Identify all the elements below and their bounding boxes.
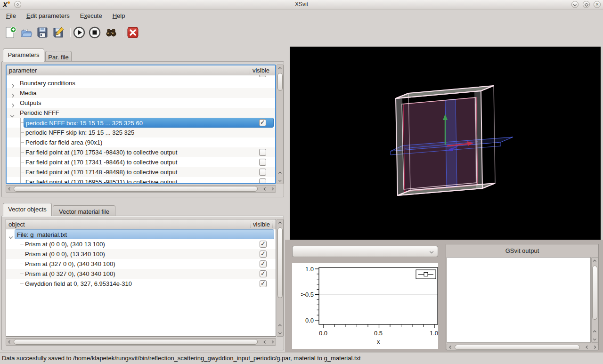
tree-row-far-field-point-2[interactable]: Far field point at (170 17341 -98464) to… — [7, 157, 275, 167]
visible-checkbox[interactable] — [259, 119, 266, 126]
tree-row-periodic-nfff-box[interactable]: periodic NFFF box: 15 15 15 ... 325 325 … — [7, 118, 275, 128]
visible-checkbox[interactable] — [260, 251, 267, 258]
tree-row-periodic-nfff-skip[interactable]: periodic NFFF skip kn: 15 15 ... 325 325 — [7, 128, 275, 138]
scroll-right-icon[interactable] — [591, 344, 597, 350]
minimize-button[interactable] — [571, 1, 579, 8]
tree-row-periodic-nfff[interactable]: Periodic NFFF — [7, 108, 275, 118]
output-selector-combobox[interactable] — [292, 246, 438, 257]
column-visible[interactable]: visible — [250, 221, 273, 228]
menu-help[interactable]: Help — [107, 10, 130, 21]
visible-checkbox[interactable] — [259, 169, 266, 176]
visible-checkbox[interactable] — [259, 178, 266, 183]
gsvit-vertical-scrollbar[interactable] — [591, 257, 598, 343]
quit-button[interactable] — [126, 26, 139, 39]
scroll-up-icon[interactable] — [277, 323, 283, 329]
window-title: XSvit — [0, 1, 603, 8]
visible-checkbox[interactable] — [259, 149, 266, 156]
scrollbar-thumb[interactable] — [455, 345, 580, 350]
scroll-up-icon[interactable] — [277, 66, 283, 72]
scroll-up-icon[interactable] — [277, 220, 283, 226]
find-button[interactable] — [105, 26, 117, 39]
menu-file[interactable]: File — [1, 10, 21, 21]
expander-icon[interactable] — [11, 101, 14, 108]
scroll-left-icon[interactable] — [262, 339, 268, 345]
parameters-vertical-scrollbar[interactable] — [277, 65, 284, 184]
column-visible[interactable]: visible — [250, 67, 272, 74]
visible-checkbox[interactable] — [260, 260, 267, 267]
scroll-left-icon[interactable] — [448, 344, 454, 350]
tree-branch — [20, 167, 25, 177]
combobox-value — [293, 246, 438, 248]
3d-scene — [290, 47, 601, 240]
close-button[interactable]: × — [594, 1, 601, 8]
expander-icon[interactable] — [11, 91, 14, 98]
menu-execute[interactable]: Execute — [75, 10, 107, 21]
tree-row-prism-3[interactable]: Prism at (327 0 0), (340 340 100) — [6, 259, 276, 269]
save-file-as-button[interactable] — [52, 26, 65, 39]
tree-row-media[interactable]: Media — [7, 88, 275, 98]
scroll-up-icon[interactable] — [277, 170, 283, 176]
save-file-button[interactable] — [36, 26, 49, 39]
run-button[interactable] — [73, 26, 85, 39]
column-object[interactable]: object — [8, 221, 25, 228]
tab-par-file[interactable]: Par. file — [45, 51, 72, 62]
tree-row-prism-4[interactable]: Prism at (0 327 0), (340 340 100) — [6, 269, 276, 279]
new-file-button[interactable] — [4, 26, 16, 39]
3d-viewport[interactable] — [290, 47, 601, 240]
plot-axes — [292, 263, 438, 349]
tree-row-outputs[interactable]: Outputs — [7, 98, 275, 108]
scroll-down-icon[interactable] — [277, 177, 283, 183]
scroll-up-icon[interactable] — [592, 329, 598, 335]
menu-edit-parameters[interactable]: Edit parameters — [21, 10, 75, 21]
tree-row-far-field-point-4[interactable]: Far field point at (170 16955 -98531) to… — [7, 177, 275, 183]
column-parameter[interactable]: parameter — [9, 67, 37, 74]
scroll-down-icon[interactable] — [277, 330, 283, 335]
parameters-horizontal-scrollbar[interactable] — [6, 185, 276, 193]
visible-checkbox[interactable] — [260, 270, 267, 277]
gsvit-horizontal-scrollbar[interactable] — [447, 344, 598, 351]
x-tick-0.5: 0.5 — [374, 330, 383, 337]
scroll-left-icon[interactable] — [7, 186, 13, 192]
parameters-tree-header[interactable]: parameter visible — [7, 65, 275, 75]
expander-icon[interactable] — [11, 81, 14, 89]
visible-checkbox[interactable] — [259, 75, 266, 77]
tree-row-file[interactable]: File: g_material.txt — [6, 229, 276, 239]
scroll-left-icon[interactable] — [585, 344, 590, 350]
scrollbar-thumb[interactable] — [14, 186, 258, 192]
scrollbar-thumb[interactable] — [277, 227, 283, 298]
vector-tree-header[interactable]: object visible — [6, 219, 276, 229]
visible-checkbox[interactable] — [260, 241, 267, 248]
scrollbar-thumb[interactable] — [14, 339, 258, 345]
far-field-plot[interactable]: 1.0 0.5 0.0 0.0 0.5 1.0 y x — [292, 263, 438, 349]
tree-row-periodic-far-field-area[interactable]: Periodic far field area (90x1) — [7, 138, 275, 147]
expander-icon[interactable] — [9, 233, 12, 240]
visible-checkbox[interactable] — [259, 159, 266, 166]
scrollbar-thumb[interactable] — [277, 73, 283, 91]
scroll-right-icon[interactable] — [269, 339, 275, 345]
tree-row-boundary-conditions[interactable]: Boundary conditions — [7, 78, 275, 88]
vector-objects-tree[interactable]: object visible File: g_material.txt Pris… — [6, 219, 276, 337]
tab-vector-material-file[interactable]: Vector material file — [53, 205, 115, 216]
tree-row-far-field-point-1[interactable]: Far field point at (170 17534 -98430) to… — [7, 147, 275, 157]
tree-row-prism-2[interactable]: Prism at (0 0 0), (13 340 100) — [6, 249, 276, 259]
scroll-down-icon[interactable] — [592, 336, 598, 341]
tab-vector-objects[interactable]: Vector objects — [3, 203, 52, 216]
vector-vertical-scrollbar[interactable] — [277, 219, 284, 337]
parameters-tree[interactable]: parameter visible Boundary conditions Me… — [6, 65, 276, 184]
tab-parameters[interactable]: Parameters — [3, 49, 44, 62]
maximize-button[interactable] — [583, 1, 590, 8]
stop-button[interactable] — [88, 26, 101, 39]
tree-row-far-field-point-3[interactable]: Far field point at (170 17148 -98498) to… — [7, 167, 275, 177]
tree-row-gwyddion-field[interactable]: Gwyddion field at 0, 327, 6.95314e-310 — [6, 279, 276, 289]
open-file-button[interactable] — [20, 26, 33, 39]
visible-checkbox[interactable] — [260, 280, 267, 287]
tree-row-prism-1[interactable]: Prism at (0 0 0), (340 13 100) — [6, 239, 276, 249]
scroll-right-icon[interactable] — [269, 186, 275, 192]
expander-icon[interactable] — [11, 111, 14, 118]
vector-horizontal-scrollbar[interactable] — [6, 338, 276, 346]
scroll-left-icon[interactable] — [262, 186, 268, 192]
scrollbar-thumb[interactable] — [592, 266, 597, 320]
scroll-left-icon[interactable] — [7, 339, 13, 345]
scroll-up-icon[interactable] — [592, 259, 598, 264]
gsvit-output-text[interactable] — [447, 257, 591, 343]
